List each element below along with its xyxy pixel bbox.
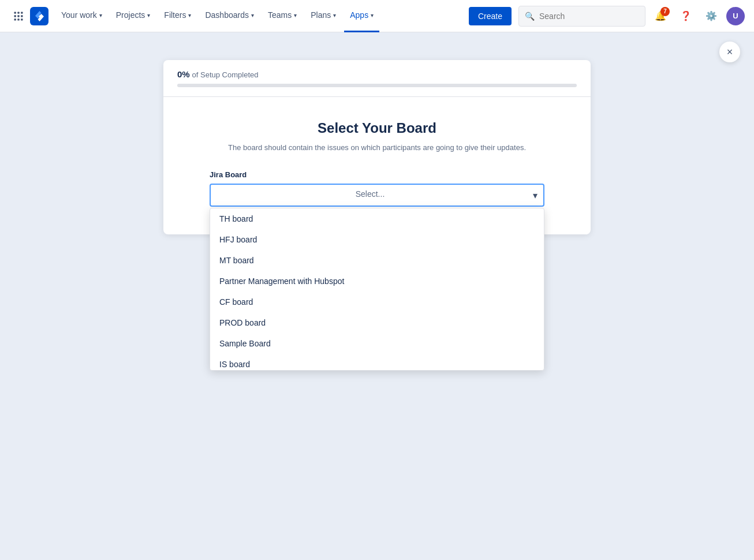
settings-button[interactable]: ⚙️ — [701, 6, 722, 27]
chevron-down-icon: ▾ — [147, 12, 150, 18]
svg-rect-3 — [14, 15, 16, 17]
svg-rect-8 — [21, 18, 23, 20]
dropdown-item-is-board[interactable]: IS board — [210, 354, 544, 370]
board-title: Select Your Board — [210, 120, 544, 136]
dropdown-item-hfj-board[interactable]: HFJ board — [210, 229, 544, 250]
close-button[interactable]: × — [719, 42, 740, 62]
svg-rect-4 — [17, 15, 19, 17]
main-content: × 0% of Setup Completed Select Your Boar… — [0, 32, 754, 560]
dropdown-item-prod-board[interactable]: PROD board — [210, 312, 544, 333]
nav-item-projects[interactable]: Projects ▾ — [110, 0, 156, 32]
board-select-input[interactable]: Select... — [210, 184, 544, 207]
svg-rect-5 — [21, 15, 23, 17]
svg-rect-6 — [14, 18, 16, 20]
nav-item-apps[interactable]: Apps ▾ — [344, 0, 379, 32]
dropdown-item-mt-board[interactable]: MT board — [210, 250, 544, 271]
chevron-down-icon: ▾ — [188, 12, 191, 18]
select-container: Select... ▾ TH boardHFJ boardMT boardPar… — [210, 184, 544, 207]
create-button[interactable]: Create — [469, 7, 512, 25]
navbar: Your work ▾ Projects ▾ Filters ▾ Dashboa… — [0, 0, 754, 32]
search-icon: 🔍 — [525, 12, 535, 21]
apps-grid-icon[interactable] — [9, 7, 28, 25]
nav-item-dashboards[interactable]: Dashboards ▾ — [199, 0, 260, 32]
dropdown-list: TH boardHFJ boardMT boardPartner Managem… — [210, 208, 544, 371]
nav-item-teams[interactable]: Teams ▾ — [262, 0, 303, 32]
chevron-down-icon: ▾ — [371, 12, 374, 18]
chevron-down-icon: ▾ — [251, 12, 254, 18]
jira-logo[interactable] — [30, 7, 48, 25]
board-subtitle: The board should contain the issues on w… — [210, 143, 544, 152]
setup-header: 0% of Setup Completed — [163, 60, 591, 97]
svg-rect-2 — [21, 12, 23, 13]
setup-progress-label: 0% of Setup Completed — [177, 69, 577, 79]
help-button[interactable]: ❓ — [675, 6, 696, 27]
search-input[interactable] — [539, 12, 639, 21]
setup-card: 0% of Setup Completed Select Your Board … — [163, 60, 591, 234]
dropdown-item-cf-board[interactable]: CF board — [210, 292, 544, 312]
svg-rect-7 — [17, 18, 19, 20]
nav-item-plans[interactable]: Plans ▾ — [305, 0, 342, 32]
chevron-down-icon: ▾ — [99, 12, 102, 18]
notification-badge: 7 — [660, 7, 670, 16]
dropdown-item-partner-management[interactable]: Partner Management with Hubspot — [210, 271, 544, 292]
chevron-down-icon: ▾ — [333, 12, 336, 18]
avatar[interactable]: U — [726, 7, 745, 25]
chevron-down-icon: ▾ — [294, 12, 297, 18]
board-label: Jira Board — [210, 170, 544, 179]
board-section: Select Your Board The board should conta… — [163, 97, 591, 234]
search-box[interactable]: 🔍 — [518, 6, 645, 27]
select-placeholder: Select... — [356, 189, 385, 199]
svg-rect-1 — [17, 12, 19, 13]
dropdown-item-sample-board[interactable]: Sample Board — [210, 333, 544, 354]
nav-item-filters[interactable]: Filters ▾ — [158, 0, 197, 32]
progress-bar-track — [177, 84, 577, 87]
svg-rect-0 — [14, 12, 16, 13]
nav-item-your-work[interactable]: Your work ▾ — [55, 0, 108, 32]
dropdown-item-th-board[interactable]: TH board — [210, 208, 544, 229]
dropdown-scroll[interactable]: TH boardHFJ boardMT boardPartner Managem… — [210, 208, 544, 370]
notifications-button[interactable]: 🔔 7 — [650, 6, 671, 27]
